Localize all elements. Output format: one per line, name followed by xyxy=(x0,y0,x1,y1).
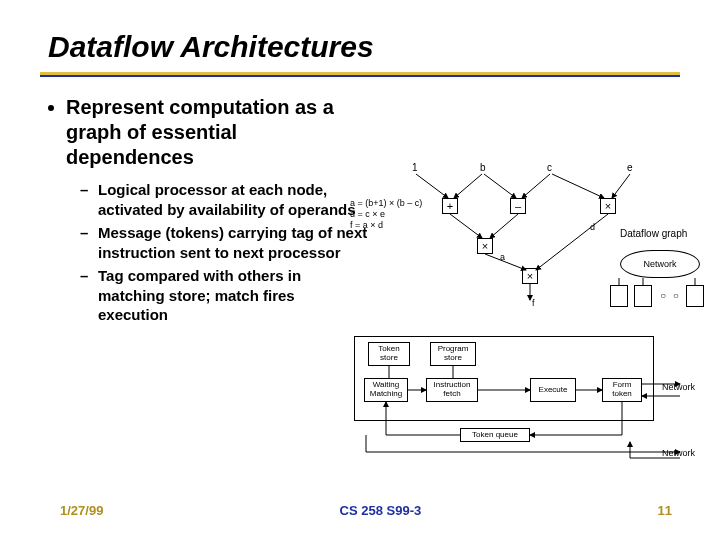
network-label: Network xyxy=(662,382,695,392)
bullet-icon xyxy=(48,105,54,111)
main-bullet-text: Represent computation as a graph of esse… xyxy=(66,95,368,170)
sub-bullet-text: Tag compared with others in matching sto… xyxy=(98,266,368,325)
footer-page-number: 11 xyxy=(658,503,672,518)
sub-bullet-text: Message (tokens) carrying tag of next in… xyxy=(98,223,368,262)
pipeline-diagram: Token store Program store Waiting Matchi… xyxy=(350,332,705,462)
sub-bullet-text: Logical processor at each node, activate… xyxy=(98,180,368,219)
dash-icon: – xyxy=(80,266,90,286)
footer-date: 1/27/99 xyxy=(60,503,103,518)
page-title: Dataflow Architectures xyxy=(48,30,720,64)
slide-footer: 1/27/99 CS 258 S99-3 11 xyxy=(0,503,720,518)
dash-icon: – xyxy=(80,180,90,200)
text-column: Represent computation as a graph of esse… xyxy=(48,95,368,329)
network-label: Network xyxy=(662,448,695,458)
footer-course: CS 258 S99-3 xyxy=(340,503,422,518)
dash-icon: – xyxy=(80,223,90,243)
